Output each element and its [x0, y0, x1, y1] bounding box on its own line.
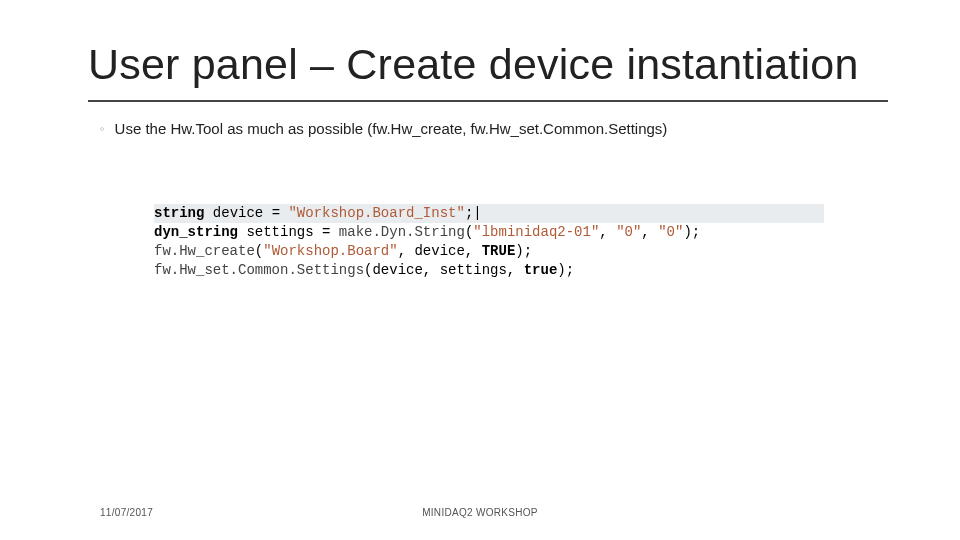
code-token: fw.Hw_create: [154, 243, 255, 259]
code-token: );: [515, 243, 532, 259]
footer-center: MINIDAQ2 WORKSHOP: [0, 507, 960, 518]
code-token: fw.Hw_set.Common.Settings: [154, 262, 364, 278]
code-token: );: [557, 262, 574, 278]
code-token: dyn_string: [154, 224, 238, 240]
code-text: string device = "Workshop.Board_Inst";| …: [154, 204, 700, 280]
code-token: ,: [641, 224, 658, 240]
code-token: true: [524, 262, 558, 278]
slide: User panel – Create device instantiation…: [0, 0, 960, 540]
bullet-item: ◦ Use the Hw.Tool as much as possible (f…: [100, 120, 667, 137]
code-token: ;|: [465, 205, 482, 221]
code-token: "Workshop.Board": [263, 243, 397, 259]
code-token: (device, settings,: [364, 262, 524, 278]
title-underline: [88, 100, 888, 102]
code-token: ,: [599, 224, 616, 240]
bullet-marker-icon: ◦: [100, 121, 105, 136]
code-token: (: [255, 243, 263, 259]
code-snippet: string device = "Workshop.Board_Inst";| …: [154, 204, 824, 223]
code-token: , device,: [398, 243, 482, 259]
code-token: device =: [204, 205, 288, 221]
code-token: make.Dyn.String: [339, 224, 465, 240]
code-token: "lbminidaq2-01": [473, 224, 599, 240]
code-token: "0": [616, 224, 641, 240]
code-token: "0": [658, 224, 683, 240]
code-token: );: [683, 224, 700, 240]
code-token: TRUE: [482, 243, 516, 259]
code-token: "Workshop.Board_Inst": [288, 205, 464, 221]
code-token: settings =: [238, 224, 339, 240]
slide-title: User panel – Create device instantiation: [88, 40, 859, 89]
bullet-text: Use the Hw.Tool as much as possible (fw.…: [115, 120, 668, 137]
code-token: string: [154, 205, 204, 221]
